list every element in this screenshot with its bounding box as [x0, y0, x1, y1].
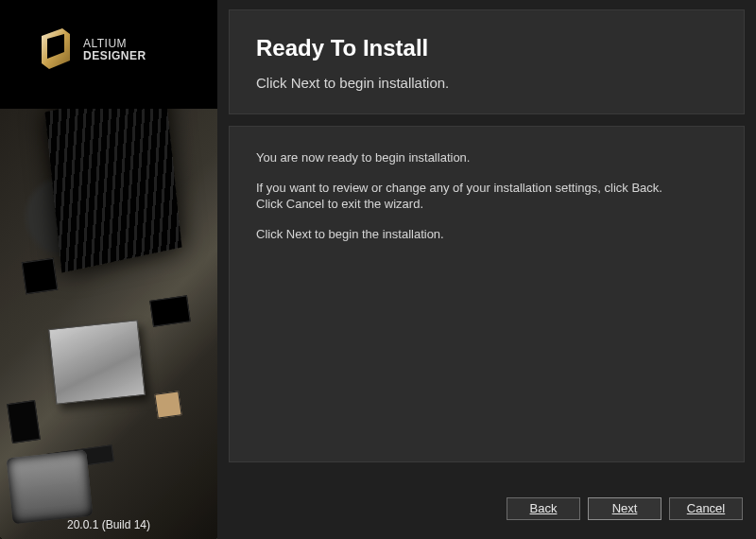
main-area: Ready To Install Click Next to begin ins… [217, 0, 756, 539]
brand-line2: DESIGNER [83, 49, 146, 62]
cancel-button[interactable]: Cancel [669, 497, 743, 520]
body-panel: You are now ready to begin installation.… [229, 126, 745, 462]
body-text-3: Click Next to begin the installation. [256, 226, 717, 243]
body-text-1: You are now ready to begin installation. [256, 149, 717, 166]
version-label: 20.0.1 (Build 14) [0, 518, 217, 531]
wizard-footer: Back Next Cancel [229, 490, 745, 528]
sidebar-background-image [0, 109, 217, 539]
altium-logo-icon [36, 26, 74, 74]
header-panel: Ready To Install Click Next to begin ins… [229, 9, 745, 114]
next-button[interactable]: Next [588, 497, 662, 520]
sidebar: ALTIUM DESIGNER 20.0.1 (Build 14) [0, 0, 217, 539]
brand-logo-block: ALTIUM DESIGNER [36, 26, 146, 74]
body-text-2: If you want to review or change any of y… [256, 180, 717, 213]
back-button[interactable]: Back [507, 497, 580, 520]
brand-text: ALTIUM DESIGNER [83, 38, 146, 61]
page-subtitle: Click Next to begin installation. [256, 75, 717, 91]
page-title: Ready To Install [256, 35, 717, 61]
